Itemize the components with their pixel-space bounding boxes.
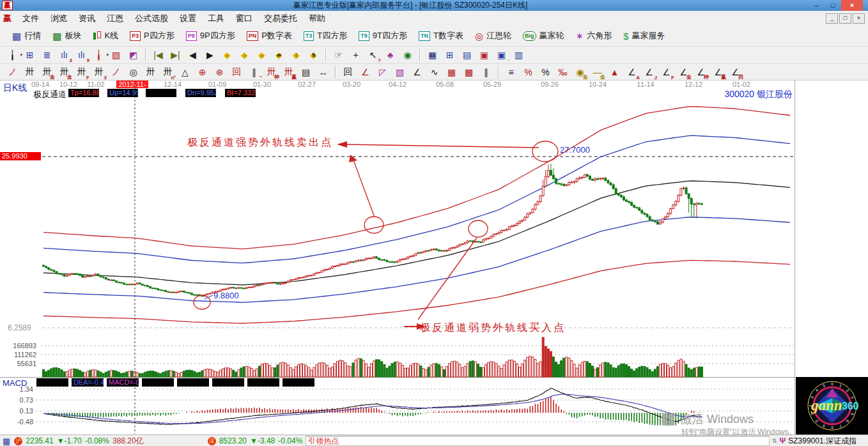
- tool-hexagon[interactable]: ✶六角形: [570, 27, 618, 44]
- zoom-diamond-hexpand-icon[interactable]: ◆↔: [254, 47, 270, 63]
- angle-shen-icon[interactable]: ∠神: [693, 65, 709, 80]
- ratio-tool-icon[interactable]: ≡: [503, 65, 519, 80]
- tool-winner-wheel[interactable]: Big赢家轮: [517, 27, 570, 44]
- comb-plain-icon[interactable]: 卅: [143, 65, 159, 80]
- info-scroll-tool-icon[interactable]: ≣: [39, 47, 55, 63]
- memo-tool-icon[interactable]: ▤: [459, 47, 475, 63]
- tool-sectors[interactable]: ▩板块: [47, 27, 87, 44]
- window-minimize-button[interactable]: –: [808, 0, 825, 11]
- width-measure-icon[interactable]: ↔: [315, 65, 331, 80]
- candle-style-dropdown-icon[interactable]: ╽▾: [91, 47, 107, 63]
- snapshot-tool-icon[interactable]: ▥: [511, 47, 527, 63]
- tool-gann-wheel[interactable]: ◎江恩轮: [469, 27, 517, 44]
- percent-red-icon[interactable]: %: [520, 65, 536, 80]
- knot-tool-icon[interactable]: ◉: [399, 47, 415, 63]
- gann-comb-icon[interactable]: 卅: [22, 65, 38, 80]
- keyboard-icon[interactable]: ▦: [3, 436, 10, 446]
- pen-tool-2-icon[interactable]: ノ: [108, 65, 124, 80]
- comb-spiral-icon[interactable]: 卅3: [91, 65, 107, 80]
- tool-t-square[interactable]: T3T四方形: [298, 27, 353, 44]
- box-tool-icon[interactable]: 回: [340, 65, 356, 80]
- cycle-circle-icon[interactable]: ◎: [125, 65, 141, 80]
- menu-0[interactable]: 文件: [17, 13, 45, 23]
- comb-gold-icon[interactable]: 卅金: [39, 65, 55, 80]
- pen-tool-icon[interactable]: ノ: [4, 65, 20, 80]
- fan-lines-icon[interactable]: ∠: [357, 65, 373, 80]
- fan-box-icon[interactable]: ◸: [375, 65, 391, 80]
- red-grid-icon[interactable]: ▦: [444, 65, 460, 80]
- tool-winner-service[interactable]: $赢家服务: [617, 27, 670, 44]
- nav-next-button-icon[interactable]: ▶: [202, 47, 218, 63]
- menu-2[interactable]: 资讯: [73, 13, 101, 23]
- tool-t-number[interactable]: TNT数字表: [413, 27, 469, 44]
- menu-5[interactable]: 设置: [174, 13, 202, 23]
- pointer-info-tool-icon[interactable]: ↖?: [365, 47, 381, 63]
- mdi-restore-button[interactable]: □: [839, 13, 851, 24]
- percent-icon[interactable]: %: [538, 65, 554, 80]
- wave-tool-icon[interactable]: ∿: [426, 65, 442, 80]
- angle-gold-icon[interactable]: ∠金: [676, 65, 692, 80]
- menu-4[interactable]: 公式选股: [129, 13, 174, 23]
- nav-last-button-icon[interactable]: ▶|: [167, 47, 183, 63]
- zoom-diamond-right-icon[interactable]: ◆→: [236, 47, 252, 63]
- mdi-minimize-button[interactable]: _: [826, 13, 838, 24]
- tool-9p-square[interactable]: P99P四方形: [180, 27, 241, 44]
- hand-tool-icon[interactable]: ☞: [330, 47, 346, 63]
- menu-8[interactable]: 交易委托: [258, 13, 303, 23]
- nav-first-button-icon[interactable]: |◀: [150, 47, 166, 63]
- zoom-diamond-vswap-icon[interactable]: ◆⇅: [306, 47, 322, 63]
- spinner-icon[interactable]: ⇅: [772, 438, 777, 444]
- save-tool-icon[interactable]: ▣: [476, 47, 492, 63]
- angle-line-icon[interactable]: ∠: [409, 65, 425, 80]
- price-marks-icon[interactable]: ∥": [246, 65, 262, 80]
- window-close-button[interactable]: ×: [841, 0, 863, 11]
- mdi-close-button[interactable]: ×: [853, 13, 865, 24]
- comb-gold-2-icon[interactable]: 卅金: [56, 65, 72, 80]
- tool-p-number[interactable]: PNP数字表: [241, 27, 298, 44]
- pattern-tool-icon[interactable]: ▨: [108, 47, 124, 63]
- angle-four-icon[interactable]: ∠四: [727, 65, 743, 80]
- grid-window-tool-icon[interactable]: ⊞: [22, 47, 38, 63]
- gold-line-icon[interactable]: —金: [589, 65, 605, 80]
- menu-1[interactable]: 浏览: [45, 13, 73, 23]
- tool-9t-square[interactable]: T99T四方形: [353, 27, 413, 44]
- nav-prev-button-icon[interactable]: ◀: [185, 47, 201, 63]
- red-grid-2-icon[interactable]: ▩: [461, 65, 477, 80]
- save-web-tool-icon[interactable]: ▣◦: [493, 47, 509, 63]
- gann-square-icon[interactable]: 回: [229, 65, 245, 80]
- current-security-label[interactable]: SZ399001.深证成指: [788, 436, 856, 446]
- ribbon-tool-icon[interactable]: ♣: [382, 47, 398, 63]
- comb-shen-icon[interactable]: 卅神: [263, 65, 279, 80]
- gann-star-icon[interactable]: ⊛: [212, 65, 228, 80]
- parallel-lines-icon[interactable]: ∥: [478, 65, 494, 80]
- menu-3[interactable]: 江恩: [101, 13, 129, 23]
- window-maximize-button[interactable]: □: [825, 0, 841, 11]
- crosshair-tool-icon[interactable]: +: [348, 47, 364, 63]
- bars-3-tool-icon[interactable]: ılı3: [56, 47, 72, 63]
- comb-win-icon[interactable]: 卅赢: [281, 65, 297, 80]
- permille-icon[interactable]: ‰: [555, 65, 571, 80]
- comb-f-icon[interactable]: 卅F: [74, 65, 89, 80]
- ruler-grid-icon[interactable]: ▤: [298, 65, 314, 80]
- kline-style-dropdown-icon[interactable]: ╽▾: [4, 47, 20, 63]
- gold-circle-icon[interactable]: ◉金: [572, 65, 588, 80]
- zoom-diamond-vexpand-icon[interactable]: ◆↕: [288, 47, 304, 63]
- tool-quotes[interactable]: ▦行情: [6, 27, 47, 44]
- calendar-tool-icon[interactable]: ▦21: [424, 47, 440, 63]
- menu-7[interactable]: 窗口: [230, 13, 258, 23]
- tool-kline[interactable]: K线: [87, 27, 124, 44]
- angle-j-icon[interactable]: ∠J: [641, 65, 657, 80]
- sh-index-quote[interactable]: 沪 2235.41 ▼-1.70 -0.08% 388.20亿: [14, 436, 143, 446]
- calculator-tool-icon[interactable]: ⊞: [442, 47, 458, 63]
- comb-n2-icon[interactable]: 卅n²: [160, 65, 176, 80]
- bars-9-tool-icon[interactable]: ılı9: [74, 47, 89, 63]
- zoom-diamond-hswap-icon[interactable]: ◆⇄: [271, 47, 287, 63]
- tool-p-square[interactable]: P3P四方形: [124, 27, 180, 44]
- avg-angle-icon[interactable]: ∠A: [624, 65, 640, 80]
- menu-9[interactable]: 帮助: [303, 13, 331, 23]
- indicator-label[interactable]: 极反通道: [33, 89, 66, 100]
- net-box-icon[interactable]: ▧: [392, 65, 408, 80]
- menu-6[interactable]: 工具: [202, 13, 230, 23]
- angle-f-icon[interactable]: ∠F: [658, 65, 674, 80]
- arrow-brush-icon[interactable]: ▲: [607, 65, 623, 80]
